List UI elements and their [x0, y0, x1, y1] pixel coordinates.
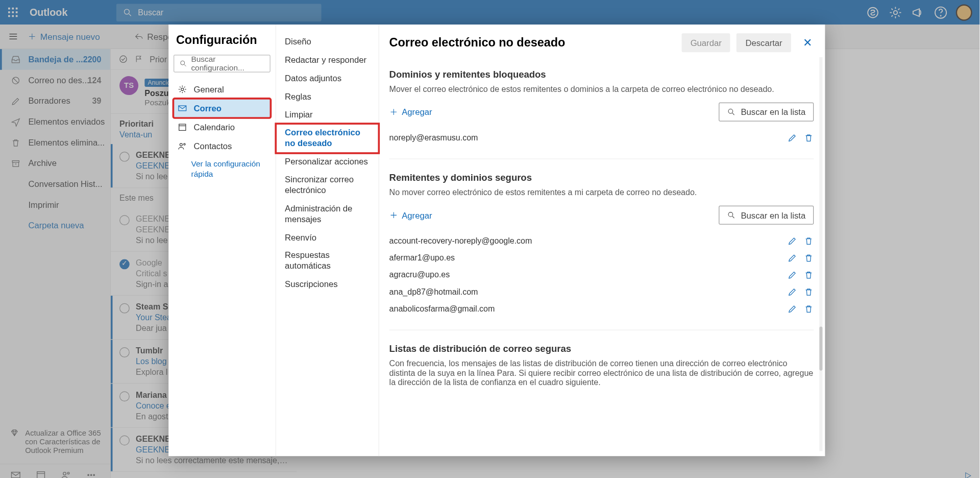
edit-button[interactable]: [787, 286, 797, 297]
add-safe-button[interactable]: Agregar: [389, 210, 432, 220]
edit-button[interactable]: [787, 253, 797, 263]
calendar-icon: [177, 122, 187, 132]
pencil-icon: [787, 235, 797, 246]
svg-point-29: [180, 144, 182, 146]
address-text: noreply@erasmusu.com: [389, 133, 478, 142]
address-row: noreply@erasmusu.com: [389, 129, 814, 146]
svg-rect-26: [179, 106, 186, 111]
scrollbar-track: [819, 57, 822, 451]
panel-title: Correo electrónico no deseado: [389, 36, 682, 50]
delete-button[interactable]: [803, 132, 814, 142]
trash-icon: [803, 270, 814, 280]
nav2-auto[interactable]: Respuestas automáticas: [276, 247, 379, 275]
search-icon: [727, 108, 736, 116]
search-blocked-button[interactable]: Buscar en la lista: [719, 103, 814, 122]
nav2-subs[interactable]: Suscripciones: [276, 276, 379, 294]
address-text: account-recovery-noreply@google.com: [389, 236, 532, 245]
scrollbar-thumb[interactable]: [819, 326, 822, 370]
search-safe-button[interactable]: Buscar en la lista: [719, 206, 814, 225]
settings-panel-header: Correo electrónico no deseado Guardar De…: [379, 25, 825, 57]
nav1-mail[interactable]: Correo: [174, 99, 271, 117]
nav1-quick-settings-link[interactable]: Ver la configuración rápida: [174, 155, 271, 179]
nav1-calendar[interactable]: Calendario: [174, 117, 271, 136]
trash-icon: [803, 286, 814, 297]
delete-button[interactable]: [803, 303, 814, 314]
add-blocked-button[interactable]: Agregar: [389, 107, 432, 116]
svg-line-34: [732, 113, 734, 115]
svg-point-23: [181, 61, 185, 65]
nav2-forward[interactable]: Reenvío: [276, 229, 379, 247]
address-row: ana_dp87@hotmail.com: [389, 283, 814, 300]
address-text: agracru@upo.es: [389, 270, 450, 279]
delete-button[interactable]: [803, 253, 814, 263]
save-button[interactable]: Guardar: [681, 33, 730, 52]
edit-button[interactable]: [787, 132, 797, 142]
delete-button[interactable]: [803, 286, 814, 297]
pencil-icon: [787, 286, 797, 297]
nav2-sync[interactable]: Sincronizar correo electrónico: [276, 171, 379, 200]
svg-rect-27: [179, 124, 186, 130]
svg-line-38: [732, 217, 734, 219]
section-divider: [389, 330, 814, 330]
svg-point-30: [184, 144, 185, 145]
plus-icon: [389, 108, 398, 116]
settings-search-input[interactable]: Buscar configuracion...: [174, 55, 271, 72]
edit-button[interactable]: [787, 303, 797, 314]
address-row: account-recovery-noreply@google.com: [389, 232, 814, 249]
svg-point-37: [728, 212, 733, 217]
trash-icon: [803, 303, 814, 314]
trash-icon: [803, 132, 814, 142]
pencil-icon: [787, 253, 797, 263]
nav2-customize[interactable]: Personalizar acciones: [276, 153, 379, 172]
nav1-general[interactable]: General: [174, 80, 271, 99]
safe-heading: Remitentes y dominios seguros: [389, 172, 814, 182]
settings-panel: Correo electrónico no deseado Guardar De…: [379, 25, 825, 456]
blocked-heading: Dominios y remitentes bloqueados: [389, 68, 814, 79]
address-row: afermar1@upo.es: [389, 249, 814, 266]
settings-title: Configuración: [174, 33, 271, 55]
svg-point-33: [728, 109, 733, 114]
pencil-icon: [787, 270, 797, 280]
nav2-sweep[interactable]: Limpiar: [276, 106, 379, 125]
settings-panel-body: Dominios y remitentes bloqueados Mover e…: [379, 57, 825, 456]
edit-button[interactable]: [787, 235, 797, 246]
address-row: anabolicosfarma@gmail.com: [389, 300, 814, 317]
address-text: anabolicosfarma@gmail.com: [389, 304, 495, 313]
search-icon: [727, 211, 736, 220]
blocked-desc: Mover el correo electrónico de estos rem…: [389, 84, 814, 93]
nav2-rules[interactable]: Reglas: [276, 88, 379, 106]
settings-dialog: Configuración Buscar configuracion... Ge…: [168, 25, 825, 456]
nav1-contacts[interactable]: Contactos: [174, 136, 271, 155]
safe-desc: No mover correo electrónico de estos rem…: [389, 187, 814, 197]
edit-button[interactable]: [787, 270, 797, 280]
search-icon: [179, 59, 187, 68]
pencil-icon: [787, 132, 797, 142]
dist-desc: Con frecuencia, los mensajes de las list…: [389, 358, 814, 387]
discard-button[interactable]: Descartar: [737, 33, 791, 52]
nav2-junk[interactable]: Correo electrónico no deseado: [276, 124, 379, 153]
people-icon: [177, 141, 187, 151]
settings-nav-primary: Configuración Buscar configuracion... Ge…: [168, 25, 276, 456]
mail-icon: [177, 103, 187, 113]
svg-point-25: [181, 88, 184, 90]
trash-icon: [803, 235, 814, 246]
address-row: agracru@upo.es: [389, 266, 814, 283]
trash-icon: [803, 253, 814, 263]
address-text: ana_dp87@hotmail.com: [389, 287, 478, 296]
close-dialog-button[interactable]: ✕: [800, 35, 815, 51]
plus-icon: [389, 211, 398, 220]
delete-button[interactable]: [803, 270, 814, 280]
delete-button[interactable]: [803, 235, 814, 246]
settings-nav-secondary: Diseño Redactar y responder Datos adjunt…: [276, 25, 379, 456]
nav2-compose[interactable]: Redactar y responder: [276, 52, 379, 70]
pencil-icon: [787, 303, 797, 314]
settings-search-placeholder: Buscar configuracion...: [191, 55, 264, 72]
svg-line-24: [184, 64, 186, 66]
address-text: afermar1@upo.es: [389, 253, 455, 262]
gear-icon: [177, 84, 187, 94]
dist-heading: Listas de distribución de correo seguras: [389, 343, 814, 353]
nav2-attachments[interactable]: Datos adjuntos: [276, 69, 379, 88]
section-divider: [389, 158, 814, 159]
nav2-layout[interactable]: Diseño: [276, 33, 379, 52]
nav2-admin[interactable]: Administración de mensajes: [276, 200, 379, 228]
